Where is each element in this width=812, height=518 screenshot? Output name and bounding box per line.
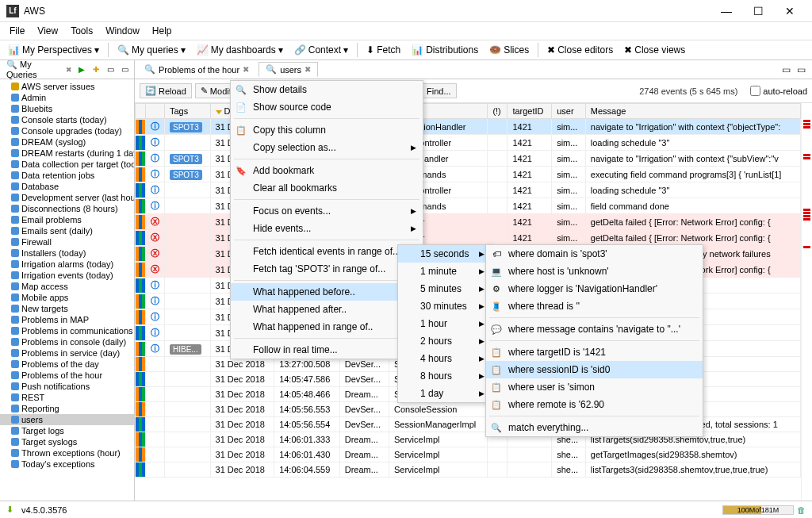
column-header[interactable]: Message <box>585 104 800 119</box>
minimize-button[interactable]: — <box>710 2 742 21</box>
menu-item[interactable]: 1 minute▶ <box>398 263 491 280</box>
menu-window[interactable]: Window <box>99 25 146 36</box>
query-item[interactable]: AWS server issues <box>0 81 134 92</box>
maximize-button[interactable]: ☐ <box>742 2 774 21</box>
query-item[interactable]: Today's exceptions <box>0 459 134 470</box>
menu-item[interactable]: Fetch tag 'SPOT3' in range of...▶ <box>231 260 423 278</box>
minimize-pane-button[interactable]: ▭ <box>118 63 131 76</box>
menu-item[interactable]: 📋where targetID is '1421 <box>486 343 703 361</box>
query-item[interactable]: Email problems <box>0 214 134 225</box>
query-item[interactable]: Irrigation alarms (today) <box>0 259 134 270</box>
menu-tools[interactable]: Tools <box>64 25 99 36</box>
query-item[interactable]: Irrigation events (today) <box>0 270 134 281</box>
query-item[interactable]: New targets <box>0 303 134 314</box>
menu-item[interactable]: 💬where message contains 'navigate to "..… <box>486 320 703 338</box>
menu-item[interactable]: ⚙where logger is 'NavigationHandler' <box>486 280 703 297</box>
menu-item[interactable]: 🧵where thread is '' <box>486 297 703 315</box>
overview-ruler[interactable] <box>801 103 812 501</box>
menu-item[interactable]: 1 day▶ <box>398 385 491 402</box>
tab-close-icon[interactable]: ✖ <box>243 65 249 74</box>
menu-item[interactable]: 🔖Add bookmark <box>231 162 423 179</box>
menu-item[interactable]: 8 hours▶ <box>398 367 491 385</box>
query-item[interactable]: Bluebits <box>0 103 134 114</box>
menu-file[interactable]: File <box>3 25 31 36</box>
menu-item[interactable]: 15 seconds▶ <box>398 245 491 263</box>
menu-view[interactable]: View <box>31 25 64 36</box>
menu-item[interactable]: Clear all bookmarks <box>231 179 423 197</box>
editor-tab[interactable]: 🔍users✖ <box>259 62 318 77</box>
query-item[interactable]: users <box>0 414 134 425</box>
menu-item[interactable]: 30 minutes▶ <box>398 297 491 315</box>
column-header[interactable] <box>146 104 165 119</box>
play-button[interactable]: ▶ <box>75 63 88 76</box>
query-item[interactable]: Console starts (today) <box>0 114 134 125</box>
menu-item[interactable]: 🔍Show details <box>231 81 423 98</box>
column-header[interactable]: Tags <box>165 104 211 119</box>
close-views-button[interactable]: ✖ Close views <box>619 43 690 57</box>
query-item[interactable]: Problems in console (daily) <box>0 336 134 347</box>
query-item[interactable]: Database <box>0 181 134 192</box>
menu-item[interactable]: 💻where host is 'unknown' <box>486 263 703 280</box>
menu-item[interactable]: 2 hours▶ <box>398 332 491 350</box>
query-item[interactable]: Target syslogs <box>0 436 134 447</box>
menu-item[interactable]: 5 minutes▶ <box>398 280 491 297</box>
menu-item[interactable]: 📋where sessionID is 'sid0 <box>486 361 703 378</box>
menu-item[interactable]: 📄Show source code <box>231 98 423 116</box>
reload-button[interactable]: 🔄 Reload <box>140 83 192 98</box>
close-editors-button[interactable]: ✖ Close editors <box>542 43 618 57</box>
trash-icon[interactable]: 🗑 <box>797 505 806 515</box>
column-header[interactable] <box>136 104 146 119</box>
menu-item[interactable]: 📋where user is 'simon <box>486 378 703 396</box>
menu-item[interactable]: Fetch identical events in range of...▶ <box>231 243 423 260</box>
menu-item[interactable]: 📋Copy this column <box>231 121 423 139</box>
menu-item[interactable]: What happened after..▶ <box>231 301 423 318</box>
query-item[interactable]: Target logs <box>0 425 134 436</box>
query-item[interactable]: Problems in communications (8 <box>0 325 134 336</box>
editor-tab[interactable]: 🔍Problems of the hour✖ <box>138 63 255 76</box>
query-item[interactable]: DREAM restarts (during 1 day) <box>0 148 134 159</box>
query-item[interactable]: Disconnections (8 hours) <box>0 203 134 214</box>
query-item[interactable]: Development server (last hour) <box>0 192 134 203</box>
sidebar-tab-close-icon[interactable]: ✖ <box>66 66 72 74</box>
query-item[interactable]: Mobile apps <box>0 292 134 303</box>
sidebar-tab-myqueries[interactable]: 🔍 My Queries <box>3 60 63 81</box>
expand-button[interactable]: ▭ <box>104 63 117 76</box>
column-header[interactable]: user <box>552 104 586 119</box>
query-item[interactable]: Data collection per target (today) <box>0 159 134 170</box>
queries-dropdown[interactable]: 🔍 My queries ▾ <box>113 43 190 57</box>
context-dropdown[interactable]: 🔗 Context ▾ <box>289 43 353 57</box>
tab-close-icon[interactable]: ✖ <box>304 65 311 74</box>
query-item[interactable]: Console upgrades (today) <box>0 125 134 136</box>
table-row[interactable]: 31 Dec 201814:06:04.559Dream...ServiceIm… <box>136 462 801 478</box>
query-item[interactable]: Problems in MAP <box>0 314 134 325</box>
editor-maximize-icon[interactable]: ▭ <box>794 64 809 75</box>
menu-item[interactable]: What happened before..▶ <box>231 283 423 301</box>
query-item[interactable]: Map access <box>0 281 134 292</box>
menu-item[interactable]: 4 hours▶ <box>398 350 491 367</box>
query-item[interactable]: Thrown exceptions (hour) <box>0 447 134 459</box>
query-item[interactable]: Firewall <box>0 236 134 247</box>
query-item[interactable]: Problems of the day <box>0 359 134 370</box>
menu-help[interactable]: Help <box>146 25 178 36</box>
query-item[interactable]: Problems in service (day) <box>0 347 134 359</box>
column-header[interactable]: (!) <box>488 104 508 119</box>
add-button[interactable]: ✚ <box>90 63 102 76</box>
column-header[interactable]: targetID <box>508 104 552 119</box>
menu-item[interactable]: 🏷where domain is 'spot3' <box>486 245 703 263</box>
menu-item[interactable]: 🔍match everything... <box>486 419 703 436</box>
query-item[interactable]: Admin <box>0 92 134 103</box>
slices-button[interactable]: 🍩 Slices <box>485 43 534 57</box>
menu-item[interactable]: Focus on events...▶ <box>231 202 423 220</box>
query-item[interactable]: Problems of the hour <box>0 370 134 381</box>
query-item[interactable]: REST <box>0 392 134 403</box>
query-item[interactable]: Emails sent (daily) <box>0 225 134 236</box>
query-item[interactable]: Data retention jobs <box>0 170 134 181</box>
query-item[interactable]: Push notifications <box>0 381 134 392</box>
fetch-button[interactable]: ⬇ Fetch <box>362 43 405 57</box>
close-button[interactable]: ✕ <box>774 2 806 21</box>
menu-item[interactable]: 📋where remote is '62.90 <box>486 396 703 413</box>
menu-item[interactable]: Hide events...▶ <box>231 220 423 237</box>
table-row[interactable]: 31 Dec 201814:06:01.430Dream...ServiceIm… <box>136 447 801 462</box>
menu-item[interactable]: 1 hour▶ <box>398 315 491 332</box>
editor-minimize-icon[interactable]: ▭ <box>779 64 794 75</box>
